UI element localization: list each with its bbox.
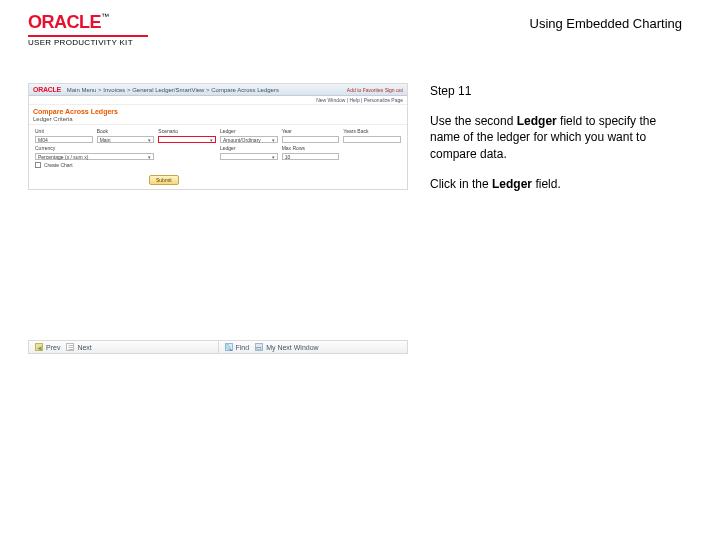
label-year: Year xyxy=(282,128,340,134)
next-label: Next xyxy=(77,344,91,351)
label-ledger2: Ledger xyxy=(220,145,278,151)
app-logo: ORACLE xyxy=(33,86,61,93)
my-window-button[interactable]: ▭ My Next Window xyxy=(255,343,319,351)
pager-left: ◀ Prev ☰ Next xyxy=(29,341,218,353)
page-title: Using Embedded Charting xyxy=(530,16,682,31)
spacer xyxy=(158,153,216,160)
oracle-logo: ORACLE™ xyxy=(28,12,148,33)
find-button[interactable]: 🔍 Find xyxy=(225,343,250,351)
pager-bar: ◀ Prev ☰ Next 🔍 Find ▭ My Next Window xyxy=(28,340,408,354)
currency-field[interactable]: Percentage (x / sum x) xyxy=(35,153,154,160)
yearsback-field[interactable] xyxy=(343,136,401,143)
label-unit: Unit xyxy=(35,128,93,134)
unit-value: M04 xyxy=(38,137,48,143)
kit-label: USER PRODUCTIVITY KIT xyxy=(28,38,148,47)
ledger-field-1[interactable]: Amount/Ordinary xyxy=(220,136,278,143)
label-book: Book xyxy=(97,128,155,134)
maxrows-value: 10 xyxy=(285,154,291,160)
label-ledger: Ledger xyxy=(220,128,278,134)
pager-right: 🔍 Find ▭ My Next Window xyxy=(218,341,408,353)
breadcrumb: Main Menu > Invoices > General Ledger/Sm… xyxy=(67,87,279,93)
window-icon: ▭ xyxy=(255,343,263,351)
ledger-field-2[interactable] xyxy=(220,153,278,160)
search-icon: 🔍 xyxy=(225,343,233,351)
create-chart-label: Create Chart xyxy=(44,162,73,168)
criteria-grid: Unit Book Scenario Ledger Year Years Bac… xyxy=(29,125,407,173)
note-icon: ☰ xyxy=(66,343,74,351)
arrow-left-icon: ◀ xyxy=(35,343,43,351)
year-field[interactable] xyxy=(282,136,340,143)
app-topbar: ORACLE Main Menu > Invoices > General Le… xyxy=(29,84,407,96)
scenario-field[interactable] xyxy=(158,136,216,143)
instr1-b: Ledger xyxy=(517,114,557,128)
unit-field[interactable]: M04 xyxy=(35,136,93,143)
book-field[interactable]: Main xyxy=(97,136,155,143)
label-maxrows: Max Rows xyxy=(282,145,340,151)
oracle-word: ORACLE xyxy=(28,12,101,32)
label-scenario: Scenario xyxy=(158,128,216,134)
checkbox-icon[interactable] xyxy=(35,162,41,168)
app-subbar: New Window | Help | Personalize Page xyxy=(29,96,407,105)
section-subtitle: Ledger Criteria xyxy=(29,116,407,125)
maxrows-field[interactable]: 10 xyxy=(282,153,340,160)
user-links: Add to Favorites Sign out xyxy=(347,87,403,93)
prev-button[interactable]: ◀ Prev xyxy=(35,343,60,351)
instr2-c: field. xyxy=(532,177,561,191)
label-yearsback: Years Back xyxy=(343,128,401,134)
trademark-icon: ™ xyxy=(101,12,109,21)
label-empty1 xyxy=(97,145,155,151)
logo-divider xyxy=(28,35,148,37)
spacer2 xyxy=(343,153,401,160)
submit-button[interactable]: Submit xyxy=(149,175,179,185)
instruction-2: Click in the Ledger field. xyxy=(430,176,670,192)
instr2-a: Click in the xyxy=(430,177,492,191)
book-value: Main xyxy=(100,137,111,143)
ledger1-value: Amount/Ordinary xyxy=(223,137,261,143)
section-title: Compare Across Ledgers xyxy=(29,105,407,116)
create-chart-row[interactable]: Create Chart xyxy=(35,162,401,168)
currency-value: Percentage (x / sum x) xyxy=(38,154,88,160)
label-empty2 xyxy=(158,145,216,151)
my-window-label: My Next Window xyxy=(266,344,319,351)
brand-block: ORACLE™ USER PRODUCTIVITY KIT xyxy=(28,12,148,47)
find-label: Find xyxy=(236,344,250,351)
app-screenshot: ORACLE Main Menu > Invoices > General Le… xyxy=(28,83,408,190)
prev-label: Prev xyxy=(46,344,60,351)
step-number: Step 11 xyxy=(430,83,670,99)
instr2-b: Ledger xyxy=(492,177,532,191)
label-empty3 xyxy=(343,145,401,151)
instruction-1: Use the second Ledger field to specify t… xyxy=(430,113,670,162)
instruction-column: Step 11 Use the second Ledger field to s… xyxy=(430,83,670,354)
next-button[interactable]: ☰ Next xyxy=(66,343,91,351)
instr1-a: Use the second xyxy=(430,114,517,128)
screenshot-column: ORACLE Main Menu > Invoices > General Le… xyxy=(28,83,408,354)
label-currency: Currency xyxy=(35,145,93,151)
